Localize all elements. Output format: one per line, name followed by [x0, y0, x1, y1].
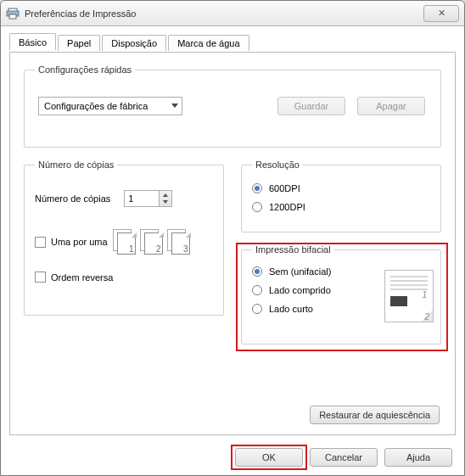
radio-icon	[252, 285, 262, 295]
window: Preferências de Impressão ✕ Básico Papel…	[0, 0, 465, 476]
tab-layout[interactable]: Disposição	[102, 35, 166, 51]
highlight-box	[231, 445, 307, 470]
content: Básico Papel Disposição Marca de água Co…	[1, 26, 464, 444]
radio-600dpi[interactable]: 600DPI	[252, 183, 430, 193]
delete-button[interactable]: Apagar	[357, 97, 425, 115]
close-icon: ✕	[438, 8, 445, 18]
duplex-legend: Impressão bifacial	[252, 244, 334, 255]
cancel-button[interactable]: Cancelar	[310, 448, 378, 467]
copies-legend: Número de cópias	[35, 160, 117, 170]
radio-icon	[252, 183, 262, 193]
quick-preset-value: Configurações de fábrica	[44, 101, 148, 111]
radio-icon	[252, 304, 262, 314]
printer-icon	[6, 8, 20, 20]
duplex-group: Impressão bifacial Sem (unifacial) Lado …	[241, 244, 441, 344]
resolution-group: Resolução 600DPI 1200DPI	[241, 160, 441, 232]
collate-checkbox[interactable]: Uma por uma	[35, 237, 108, 248]
quick-settings-group: Configurações rápidas Configurações de f…	[24, 64, 441, 148]
radio-icon	[252, 266, 262, 277]
quick-preset-combo[interactable]: Configurações de fábrica	[38, 97, 182, 115]
radio-600-label: 600DPI	[269, 183, 300, 193]
collate-label: Uma por uma	[51, 237, 108, 247]
dialog-buttons: OK Cancelar Ajuda	[1, 448, 464, 467]
duplex-preview-icon: 1 2	[384, 270, 434, 322]
svg-rect-2	[9, 14, 16, 19]
restore-defaults-button[interactable]: Restaurar de aquiescência	[310, 406, 440, 424]
save-button[interactable]: Guardar	[277, 97, 345, 115]
radio-short-label: Lado curto	[269, 304, 313, 314]
window-title: Preferências de Impressão	[25, 8, 136, 19]
reverse-label: Ordem reversa	[51, 272, 113, 283]
help-button[interactable]: Ajuda	[384, 448, 452, 467]
radio-1200-label: 1200DPI	[269, 202, 305, 212]
page-icons: 1 2 3	[113, 229, 191, 255]
resolution-legend: Resolução	[252, 160, 303, 170]
tab-paper[interactable]: Papel	[58, 35, 100, 51]
tab-basic[interactable]: Básico	[9, 33, 56, 50]
page-icon: 2	[140, 229, 164, 255]
chevron-down-icon	[171, 104, 178, 108]
radio-icon	[252, 202, 262, 212]
copies-group: Número de cópias Número de cópias 1 Uma …	[24, 160, 224, 316]
checkbox-icon	[35, 272, 46, 283]
page-icon: 3	[167, 229, 191, 255]
tab-panel: Configurações rápidas Configurações de f…	[9, 52, 456, 435]
radio-1200dpi[interactable]: 1200DPI	[252, 202, 430, 212]
tabs: Básico Papel Disposição Marca de água	[9, 33, 456, 52]
close-button[interactable]: ✕	[423, 5, 459, 22]
radio-long-label: Lado comprido	[269, 285, 331, 295]
radio-none-label: Sem (unifacial)	[269, 266, 331, 277]
checkbox-icon	[35, 237, 46, 248]
titlebar: Preferências de Impressão ✕	[1, 1, 464, 26]
tab-watermark[interactable]: Marca de água	[168, 35, 249, 51]
quick-settings-legend: Configurações rápidas	[35, 64, 135, 75]
copies-spinner[interactable]	[160, 190, 172, 207]
copies-label: Número de cópias	[35, 193, 110, 204]
reverse-checkbox[interactable]: Ordem reversa	[35, 272, 113, 283]
page-icon: 1	[113, 229, 137, 255]
copies-input[interactable]: 1	[124, 190, 160, 207]
